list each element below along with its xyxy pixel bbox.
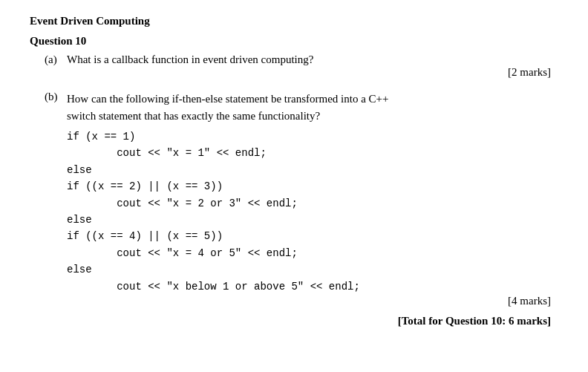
question-number: Question 10 bbox=[30, 35, 558, 48]
part-a-marks: [2 marks] bbox=[67, 66, 558, 79]
code-line: cout << "x = 1" << endl; bbox=[67, 145, 558, 161]
code-line: if ((x == 2) || (x == 3)) bbox=[67, 178, 558, 195]
code-line: if (x == 1) bbox=[67, 128, 558, 145]
code-line: cout << "x below 1 or above 5" << endl; bbox=[67, 278, 558, 295]
part-b-content: How can the following if-then-else state… bbox=[67, 91, 558, 327]
total-marks-text: [Total for Question 10: 6 marks] bbox=[67, 315, 551, 327]
part-a-content: What is a callback function in event dri… bbox=[67, 53, 558, 86]
part-a: (a) What is a callback function in event… bbox=[30, 53, 558, 86]
code-line: cout << "x = 2 or 3" << endl; bbox=[67, 195, 558, 212]
code-line: if ((x == 4) || (x == 5)) bbox=[67, 228, 558, 244]
part-b-marks: [4 marks] bbox=[67, 295, 558, 307]
part-b-text-line2: switch statement that has exactly the sa… bbox=[67, 110, 320, 122]
part-b: (b) How can the following if-then-else s… bbox=[30, 91, 558, 327]
part-a-text: What is a callback function in event dri… bbox=[67, 53, 313, 65]
part-a-label: (a) bbox=[45, 53, 67, 86]
code-line: else bbox=[67, 212, 558, 228]
code-block: if (x == 1) cout << "x = 1" << endl;else… bbox=[67, 128, 558, 295]
code-line: cout << "x = 4 or 5" << endl; bbox=[67, 245, 558, 261]
section-title: Event Driven Computing bbox=[30, 15, 558, 27]
code-line: else bbox=[67, 162, 558, 178]
code-line: else bbox=[67, 261, 558, 278]
part-b-text: How can the following if-then-else state… bbox=[67, 91, 558, 124]
part-b-label: (b) bbox=[45, 91, 67, 327]
part-b-text-line1: How can the following if-then-else state… bbox=[67, 93, 388, 105]
total-marks: [Total for Question 10: 6 marks] bbox=[67, 315, 558, 327]
